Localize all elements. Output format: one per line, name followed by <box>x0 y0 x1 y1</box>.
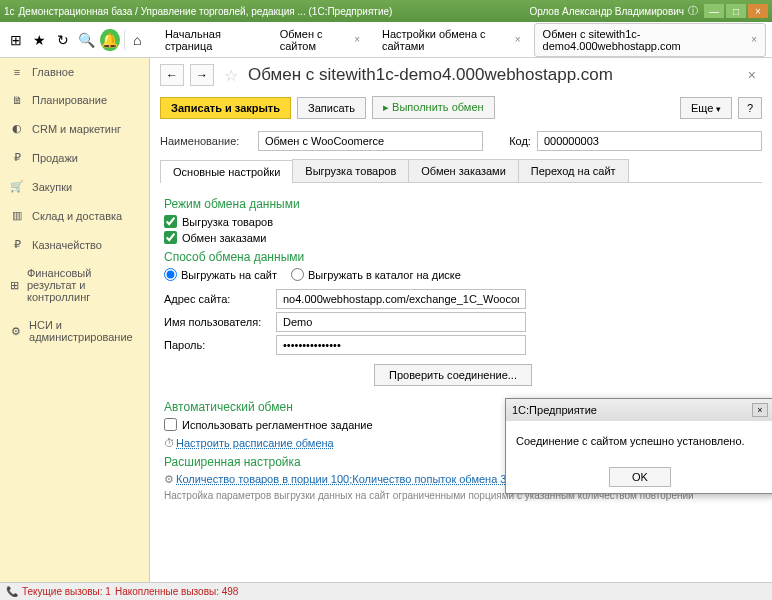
sidebar-item-treasury[interactable]: ₽Казначейство <box>0 230 149 259</box>
favorite-icon[interactable]: ☆ <box>224 66 238 85</box>
username-input[interactable] <box>276 312 526 332</box>
name-input[interactable] <box>258 131 483 151</box>
sidebar-item-planning[interactable]: 🗎Планирование <box>0 86 149 114</box>
tab-current-exchange[interactable]: Обмен с sitewith1c-demo4.000webhostapp.c… <box>534 23 766 57</box>
main-content: ← → ☆ Обмен с sitewith1c-demo4.000webhos… <box>150 58 772 582</box>
document-icon: 🗎 <box>10 94 24 106</box>
close-icon[interactable]: × <box>354 34 360 45</box>
app-icon: 1c <box>4 6 15 17</box>
dialog-ok-button[interactable]: OK <box>609 467 671 487</box>
sidebar-item-admin[interactable]: ⚙НСИ и администрирование <box>0 311 149 351</box>
settings-panel: Режим обмена данными Выгрузка товаров Об… <box>150 183 772 582</box>
tab-home[interactable]: Начальная страница <box>156 23 267 57</box>
more-button[interactable]: Еще <box>680 97 732 119</box>
nav-back-button[interactable]: ← <box>160 64 184 86</box>
settings-icon: ⚙ <box>164 473 176 486</box>
tab-exchange-settings[interactable]: Настройки обмена с сайтами× <box>373 23 530 57</box>
chart-icon: ◐ <box>10 122 24 135</box>
method-section-title: Способ обмена данными <box>164 250 758 264</box>
dialog-message: Соединение с сайтом успешно установлено. <box>506 421 772 461</box>
search-icon[interactable]: 🔍 <box>77 29 97 51</box>
dialog-title: 1С:Предприятие <box>512 404 597 416</box>
close-window-button[interactable]: × <box>748 4 768 18</box>
sidebar: ≡Главное 🗎Планирование ◐CRM и маркетинг … <box>0 58 150 582</box>
code-label: Код: <box>509 135 531 147</box>
ruble-icon: ₽ <box>10 151 24 164</box>
nav-tabs: Начальная страница Обмен с сайтом× Настр… <box>156 23 766 57</box>
sidebar-item-sales[interactable]: ₽Продажи <box>0 143 149 172</box>
menu-icon: ≡ <box>10 66 24 78</box>
user-icon: ⓘ <box>688 4 698 18</box>
sidebar-item-crm[interactable]: ◐CRM и маркетинг <box>0 114 149 143</box>
page-title: Обмен с sitewith1c-demo4.000webhostapp.c… <box>248 65 613 85</box>
close-icon[interactable]: × <box>515 34 521 45</box>
sidebar-item-purchases[interactable]: 🛒Закупки <box>0 172 149 201</box>
window-titlebar: 1c Демонстрационная база / Управление то… <box>0 0 772 22</box>
schedule-link[interactable]: Настроить расписание обмена <box>176 437 334 449</box>
run-exchange-button[interactable]: Выполнить обмен <box>372 96 495 119</box>
clock-icon: ⏱ <box>164 437 176 449</box>
tab-main-settings[interactable]: Основные настройки <box>160 160 293 183</box>
site-address-input[interactable] <box>276 289 526 309</box>
ruble-icon: ₽ <box>10 238 24 251</box>
save-close-button[interactable]: Записать и закрыть <box>160 97 291 119</box>
code-input[interactable] <box>537 131 762 151</box>
goods-upload-checkbox[interactable] <box>164 215 177 228</box>
gear-icon: ⚙ <box>10 325 21 338</box>
status-icon: 📞 <box>6 586 18 597</box>
advanced-settings-link[interactable]: Количество товаров в порции 100;Количест… <box>176 473 510 485</box>
inner-tabstrip: Основные настройки Выгрузка товаров Обме… <box>160 159 762 183</box>
scheduled-task-checkbox[interactable] <box>164 418 177 431</box>
orders-exchange-checkbox[interactable] <box>164 231 177 244</box>
star-icon[interactable]: ★ <box>30 29 50 51</box>
password-input[interactable] <box>276 335 526 355</box>
main-toolbar: ⊞ ★ ↻ 🔍 🔔 ⌂ Начальная страница Обмен с с… <box>0 22 772 58</box>
tab-orders-exchange[interactable]: Обмен заказами <box>408 159 519 182</box>
mode-section-title: Режим обмена данными <box>164 197 758 211</box>
minimize-button[interactable]: — <box>704 4 724 18</box>
bell-icon[interactable]: 🔔 <box>100 29 120 51</box>
history-icon[interactable]: ↻ <box>53 29 73 51</box>
app-title: Демонстрационная база / Управление торго… <box>19 6 393 17</box>
dialog-close-button[interactable]: × <box>752 403 768 417</box>
statusbar: 📞 Текущие вызовы: 1 Накопленные вызовы: … <box>0 582 772 600</box>
home-icon[interactable]: ⌂ <box>124 29 144 51</box>
close-icon[interactable]: × <box>751 34 757 45</box>
help-button[interactable]: ? <box>738 97 762 119</box>
status-accum: Накопленные вызовы: 498 <box>115 586 239 597</box>
name-label: Наименование: <box>160 135 252 147</box>
addr-label: Адрес сайта: <box>164 293 270 305</box>
tab-goods-upload[interactable]: Выгрузка товаров <box>292 159 409 182</box>
save-button[interactable]: Записать <box>297 97 366 119</box>
upload-disk-radio[interactable] <box>291 268 304 281</box>
page-close-button[interactable]: × <box>742 67 762 83</box>
sidebar-item-main[interactable]: ≡Главное <box>0 58 149 86</box>
user-name: Орлов Александр Владимирович <box>529 6 684 17</box>
cart-icon: 🛒 <box>10 180 24 193</box>
tab-goto-site[interactable]: Переход на сайт <box>518 159 629 182</box>
status-current: Текущие вызовы: 1 <box>22 586 111 597</box>
message-dialog: 1С:Предприятие× Соединение с сайтом успе… <box>505 398 772 494</box>
sidebar-item-warehouse[interactable]: ▥Склад и доставка <box>0 201 149 230</box>
sidebar-item-finance[interactable]: ⊞Финансовый результат и контроллинг <box>0 259 149 311</box>
tab-exchange[interactable]: Обмен с сайтом× <box>271 23 369 57</box>
nav-forward-button[interactable]: → <box>190 64 214 86</box>
apps-icon[interactable]: ⊞ <box>6 29 26 51</box>
bars-icon: ⊞ <box>10 279 19 292</box>
upload-site-radio[interactable] <box>164 268 177 281</box>
check-connection-button[interactable]: Проверить соединение... <box>374 364 532 386</box>
pass-label: Пароль: <box>164 339 270 351</box>
user-label: Имя пользователя: <box>164 316 270 328</box>
maximize-button[interactable]: □ <box>726 4 746 18</box>
box-icon: ▥ <box>10 209 24 222</box>
